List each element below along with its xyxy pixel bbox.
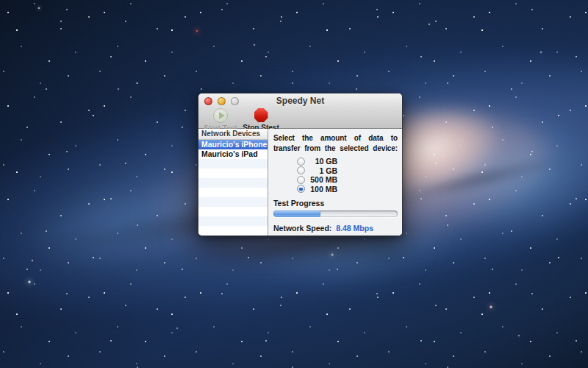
device-list: Network Devices Mauricio's iPhone Mauric… — [198, 129, 268, 236]
time-label: Time: — [353, 234, 373, 236]
instruction-line-2: transfer from the selected device: — [273, 144, 398, 154]
latency-time-line: Latency: 47.63 ms Time: 00:37 — [273, 234, 398, 236]
progress-bar — [273, 210, 398, 217]
empty-row — [198, 197, 268, 207]
instruction-line-1: Select the amount of data to — [273, 133, 398, 144]
speedy-net-window: Speedy Net Start Test Stop Stest Network — [198, 93, 402, 236]
radio-button[interactable] — [297, 185, 305, 193]
radio-button[interactable] — [297, 166, 305, 174]
empty-row — [198, 216, 268, 226]
latency-label: Latency: — [273, 234, 305, 236]
window-chrome: Speedy Net Start Test Stop Stest — [198, 93, 402, 129]
device-list-header: Network Devices — [198, 129, 268, 140]
screen: Speedy Net Start Test Stop Stest Network — [0, 0, 588, 368]
option-1gb[interactable]: 1 GB — [273, 166, 398, 176]
latency-value: 47.63 ms — [309, 234, 342, 236]
data-amount-options: 10 GB 1 GB 500 MB 100 MB — [273, 157, 398, 194]
option-label: 1 GB — [308, 166, 337, 175]
transfer-panel: Select the amount of data to transfer fr… — [268, 129, 402, 236]
option-label: 10 GB — [308, 157, 337, 166]
close-button[interactable] — [204, 97, 212, 105]
play-icon — [213, 108, 228, 123]
device-row-ipad[interactable]: Mauricio's iPad — [198, 149, 268, 159]
zoom-button[interactable] — [231, 97, 239, 105]
network-speed-label: Network Speed: — [273, 224, 331, 233]
minimize-button[interactable] — [218, 97, 226, 105]
window-content: Network Devices Mauricio's iPhone Mauric… — [198, 129, 402, 236]
test-progress-label: Test Progress — [273, 199, 398, 208]
network-speed-line: Network Speed: 8.48 Mbps — [273, 224, 398, 234]
stats: Network Speed: 8.48 Mbps Latency: 47.63 … — [273, 224, 398, 236]
option-10gb[interactable]: 10 GB — [273, 157, 398, 166]
option-500mb[interactable]: 500 MB — [273, 175, 398, 185]
radio-button[interactable] — [297, 158, 305, 166]
empty-row — [198, 226, 268, 236]
device-row-iphone[interactable]: Mauricio's iPhone — [198, 140, 268, 149]
empty-row — [198, 188, 268, 197]
empty-row — [198, 207, 268, 216]
empty-row — [198, 169, 268, 178]
network-speed-value: 8.48 Mbps — [336, 224, 373, 233]
traffic-lights — [204, 97, 239, 105]
option-100mb[interactable]: 100 MB — [273, 185, 398, 194]
progress-fill — [273, 210, 320, 217]
option-label: 100 MB — [308, 185, 337, 194]
time-value: 00:37 — [378, 234, 398, 236]
empty-row — [198, 178, 268, 188]
toolbar: Start Test Stop Stest — [198, 107, 402, 129]
option-label: 500 MB — [308, 175, 337, 184]
stop-icon — [254, 108, 268, 122]
radio-button[interactable] — [297, 176, 305, 184]
empty-row — [198, 159, 268, 169]
